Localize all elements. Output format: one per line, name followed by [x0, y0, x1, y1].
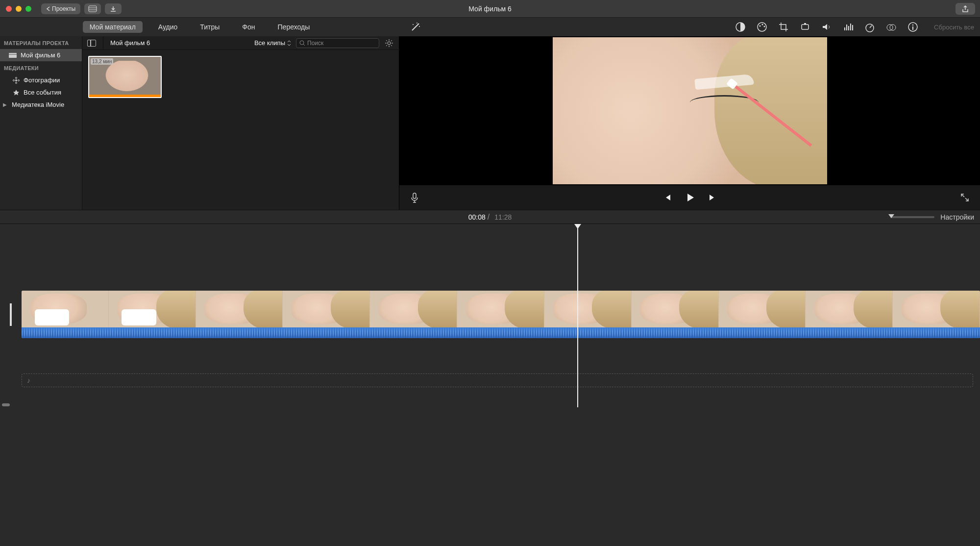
preview-panel — [399, 36, 980, 210]
tab-my-material[interactable]: Мой материал — [83, 21, 143, 33]
music-note-icon: ♪ — [27, 376, 30, 384]
track-handle[interactable] — [0, 291, 22, 338]
sidebar-section-project: МАТЕРИАЛЫ ПРОЕКТА — [0, 36, 82, 49]
timecode-bar: 00:08 / 11:28 Настройки — [0, 210, 980, 223]
sidebar-library-label: Медиатека iMovie — [12, 101, 64, 108]
svg-point-24 — [388, 42, 391, 45]
play-button[interactable] — [685, 192, 695, 203]
filmstrip-icon — [88, 5, 97, 12]
volume-icon[interactable] — [821, 22, 832, 32]
clip-thumbnail[interactable]: 13,2 мин — [88, 56, 162, 98]
prev-frame-button[interactable] — [662, 192, 673, 203]
svg-rect-17 — [9, 53, 17, 58]
disclosure-triangle-icon[interactable]: ▶ — [3, 102, 7, 107]
svg-point-5 — [758, 23, 766, 31]
equalizer-icon[interactable] — [843, 22, 854, 32]
voiceover-mic-button[interactable] — [408, 192, 421, 203]
download-arrow-icon — [110, 5, 117, 12]
back-label: Проекты — [52, 5, 75, 12]
gear-icon — [385, 39, 393, 48]
fullscreen-button[interactable] — [958, 192, 971, 203]
clips-filter-label: Все клипы — [254, 39, 285, 47]
preview-frame — [553, 37, 827, 184]
background-audio-track[interactable]: ♪ — [22, 373, 973, 387]
divider — [103, 36, 103, 50]
timeline-settings-button[interactable]: Настройки — [940, 213, 974, 221]
svg-point-8 — [764, 26, 765, 27]
timeline[interactable]: ♪ — [0, 223, 980, 407]
middle-split: МАТЕРИАЛЫ ПРОЕКТА Мой фильм 6 МЕДИАТЕКИ … — [0, 36, 980, 210]
svg-point-3 — [419, 26, 420, 27]
balance-icon[interactable] — [735, 22, 746, 32]
tab-background[interactable]: Фон — [235, 21, 262, 33]
time-separator: / — [488, 213, 490, 222]
clapper-icon — [9, 53, 17, 58]
svg-point-18 — [15, 79, 17, 81]
svg-point-21 — [16, 82, 17, 83]
tab-titles[interactable]: Титры — [193, 21, 226, 33]
svg-rect-16 — [912, 26, 913, 30]
media-import-button[interactable] — [84, 3, 101, 14]
sidebar-item-project[interactable]: Мой фильм 6 — [0, 49, 82, 61]
share-button[interactable] — [956, 3, 975, 15]
color-palette-icon[interactable] — [757, 22, 767, 32]
svg-rect-25 — [413, 193, 416, 199]
sidebar-item-photos[interactable]: Фотографии — [0, 74, 82, 86]
timeline-clip[interactable] — [22, 291, 980, 338]
playhead[interactable] — [577, 224, 578, 407]
preview-viewport[interactable] — [399, 36, 980, 185]
top-tab-row: Мой материал Аудио Титры Фон Переходы Сб… — [0, 18, 980, 36]
preview-controls — [399, 185, 980, 210]
used-range-indicator — [89, 95, 161, 97]
reset-all-button[interactable]: Сбросить все — [934, 24, 974, 31]
horizontal-scrollbar[interactable] — [2, 403, 10, 406]
speed-icon[interactable] — [864, 22, 875, 32]
media-browser: Мой фильм 6 Все клипы Поиск 13,2 мин — [82, 36, 399, 210]
total-time: 11:28 — [494, 213, 512, 221]
sidebar-project-label: Мой фильм 6 — [21, 51, 60, 59]
svg-point-6 — [760, 25, 761, 27]
svg-point-7 — [762, 24, 763, 25]
sidebar: МАТЕРИАЛЫ ПРОЕКТА Мой фильм 6 МЕДИАТЕКИ … — [0, 36, 82, 210]
svg-point-1 — [413, 24, 414, 25]
svg-rect-9 — [802, 25, 808, 29]
timeline-zoom-slider[interactable] — [890, 216, 934, 218]
sidebar-item-imovie-library[interactable]: ▶ Медиатека iMovie — [0, 99, 82, 111]
sidebar-events-label: Все события — [24, 89, 61, 96]
close-window-button[interactable] — [6, 6, 12, 12]
search-input[interactable]: Поиск — [296, 38, 379, 48]
svg-point-19 — [16, 77, 17, 78]
sidebar-item-all-events[interactable]: Все события — [0, 86, 82, 99]
browser-title: Мой фильм 6 — [110, 39, 150, 47]
browser-toolbar: Мой фильм 6 Все клипы Поиск — [82, 36, 399, 50]
svg-point-23 — [300, 41, 304, 45]
filters-overlap-icon[interactable] — [886, 22, 897, 32]
photos-flower-icon — [13, 77, 20, 84]
back-to-projects-button[interactable]: Проекты — [41, 3, 80, 14]
sidebar-photos-label: Фотографии — [24, 76, 60, 84]
tab-transitions[interactable]: Переходы — [271, 21, 317, 33]
crop-icon[interactable] — [778, 22, 789, 32]
browser-settings-button[interactable] — [384, 38, 394, 48]
svg-point-2 — [416, 23, 417, 24]
star-icon — [13, 89, 20, 96]
enhance-wand-button[interactable] — [410, 22, 421, 32]
svg-point-20 — [18, 79, 20, 81]
search-icon — [299, 40, 305, 46]
next-frame-button[interactable] — [707, 192, 718, 203]
stabilize-icon[interactable] — [800, 22, 810, 32]
titlebar: Проекты Мой фильм 6 — [0, 0, 980, 18]
sidebar-section-libraries: МЕДИАТЕКИ — [0, 61, 82, 74]
info-icon[interactable] — [907, 22, 918, 32]
minimize-window-button[interactable] — [16, 6, 22, 12]
search-placeholder: Поиск — [307, 40, 323, 47]
window-traffic-lights — [6, 6, 31, 12]
tab-audio[interactable]: Аудио — [151, 21, 185, 33]
clip-audio-waveform[interactable] — [22, 327, 980, 338]
clips-filter-select[interactable]: Все клипы — [254, 39, 291, 47]
svg-rect-0 — [89, 6, 97, 12]
zoom-window-button[interactable] — [25, 6, 31, 12]
current-time: 00:08 — [468, 213, 486, 221]
toggle-sidebar-button[interactable] — [87, 40, 96, 47]
download-import-button[interactable] — [105, 3, 122, 14]
